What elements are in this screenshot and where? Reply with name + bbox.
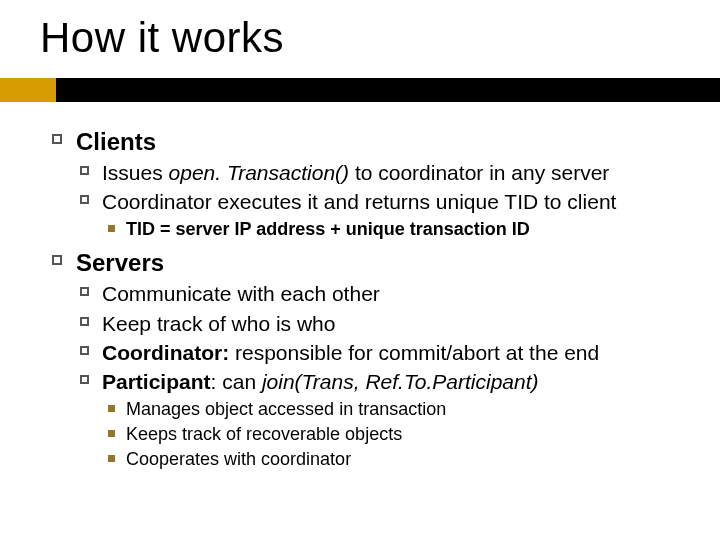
- list-item: Keep track of who is who: [76, 310, 680, 337]
- section-heading: Clients: [76, 128, 156, 155]
- list-item: Coordinator executes it and returns uniq…: [76, 188, 680, 241]
- section-servers: Servers Communicate with each other Keep…: [48, 247, 680, 472]
- text-italic: join(Trans, Ref.To.Participant): [262, 370, 539, 393]
- text: Cooperates with coordinator: [126, 449, 351, 469]
- list-item: Keeps track of recoverable objects: [102, 423, 680, 446]
- list-item: Communicate with each other: [76, 280, 680, 307]
- text: Issues: [102, 161, 169, 184]
- accent-bar: [0, 78, 56, 102]
- text-bold: Coordinator:: [102, 341, 229, 364]
- text-bold: Participant: [102, 370, 211, 393]
- list-item: Issues open. Transaction() to coordinato…: [76, 159, 680, 186]
- section-clients: Clients Issues open. Transaction() to co…: [48, 126, 680, 241]
- text: to coordinator in any server: [349, 161, 609, 184]
- slide: How it works Clients Issues open. Transa…: [0, 0, 720, 540]
- list-item: TID = server IP address + unique transac…: [102, 218, 680, 241]
- list-item: Participant: can join(Trans, Ref.To.Part…: [76, 368, 680, 471]
- list-item: Cooperates with coordinator: [102, 448, 680, 471]
- slide-title: How it works: [40, 14, 284, 62]
- divider-bar: [56, 78, 720, 102]
- text: Keep track of who is who: [102, 312, 335, 335]
- section-heading: Servers: [76, 249, 164, 276]
- text-bold: TID = server IP address + unique transac…: [126, 219, 530, 239]
- text: : can: [211, 370, 262, 393]
- list-item: Manages object accessed in transaction: [102, 398, 680, 421]
- text: Communicate with each other: [102, 282, 380, 305]
- slide-content: Clients Issues open. Transaction() to co…: [48, 120, 680, 474]
- text: Coordinator executes it and returns uniq…: [102, 190, 616, 213]
- text: Keeps track of recoverable objects: [126, 424, 402, 444]
- text: responsible for commit/abort at the end: [229, 341, 599, 364]
- text: Manages object accessed in transaction: [126, 399, 446, 419]
- list-item: Coordinator: responsible for commit/abor…: [76, 339, 680, 366]
- text-italic: open. Transaction(): [169, 161, 350, 184]
